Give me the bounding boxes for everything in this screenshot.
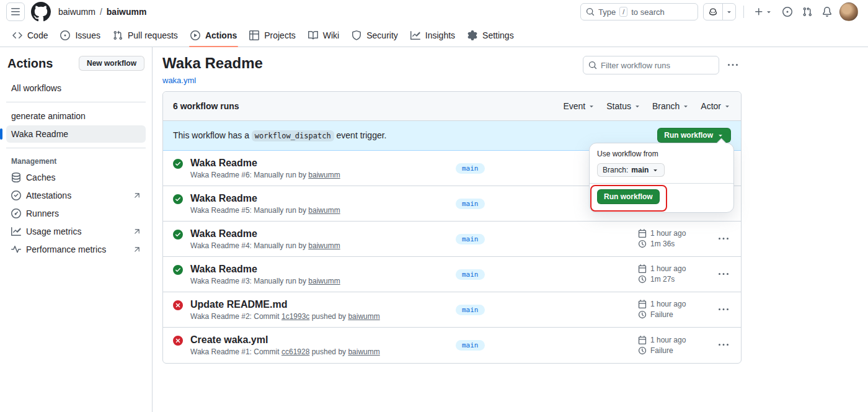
tab-code[interactable]: Code <box>7 24 53 47</box>
verified-icon <box>11 190 21 200</box>
tab-issues[interactable]: Issues <box>55 24 105 47</box>
tab-pull-requests[interactable]: Pull requests <box>108 24 183 47</box>
run-title-link[interactable]: Waka Readme <box>190 228 340 240</box>
filter-workflow-runs-input[interactable] <box>601 61 714 70</box>
create-new-button[interactable] <box>751 4 775 19</box>
run-title-link[interactable]: Waka Readme <box>190 157 340 169</box>
global-search-input[interactable]: Type / to search <box>580 3 698 20</box>
actor-link[interactable]: baiwumm <box>308 206 340 215</box>
tab-label: Actions <box>205 30 237 40</box>
actor-link[interactable]: baiwumm <box>348 312 379 321</box>
tab-projects[interactable]: Projects <box>244 24 301 47</box>
breadcrumb-owner-link[interactable]: baiwumm <box>58 7 95 17</box>
run-description: Waka Readme #1: Commit cc61928 pushed by… <box>190 347 380 356</box>
search-placeholder-prefix: Type <box>598 7 616 17</box>
stopwatch-icon <box>638 275 647 284</box>
workflow-file-link[interactable]: waka.yml <box>162 76 196 85</box>
issues-header-button[interactable] <box>780 4 795 19</box>
banner-text-after: event trigger. <box>337 130 387 140</box>
filter-actor-button[interactable]: Actor <box>701 101 731 111</box>
filter-label: Event <box>563 101 585 111</box>
run-time: 1 hour ago <box>638 336 712 344</box>
run-workflow-confirm-button[interactable]: Run workflow <box>597 189 660 204</box>
commit-link[interactable]: cc61928 <box>281 347 309 356</box>
actor-link[interactable]: baiwumm <box>308 171 340 179</box>
copilot-chevron-down-icon[interactable] <box>722 4 735 20</box>
actor-link[interactable]: baiwumm <box>348 347 379 356</box>
header-divider <box>743 6 744 18</box>
global-nav-menu-button[interactable] <box>6 2 25 21</box>
branch-badge[interactable]: main <box>456 234 485 244</box>
workflow-options-button[interactable] <box>724 57 742 73</box>
sidebar-item-all-workflows[interactable]: All workflows <box>6 79 146 97</box>
database-icon <box>11 172 21 182</box>
run-description: Waka Readme #6: Manually run by baiwumm <box>190 171 340 179</box>
tab-label: Projects <box>264 30 296 40</box>
sidebar-item-usage-metrics[interactable]: Usage metrics <box>6 223 146 240</box>
success-check-icon <box>173 265 183 275</box>
sidebar-item-generate-animation[interactable]: generate animation <box>6 107 146 125</box>
run-title-link[interactable]: Waka Readme <box>190 192 340 205</box>
run-title-link[interactable]: Waka Readme <box>190 263 340 275</box>
kebab-icon <box>719 340 728 350</box>
play-icon <box>190 30 200 40</box>
success-check-icon <box>173 230 183 240</box>
banner-text: This workflow has a workflow_dispatch ev… <box>173 130 386 140</box>
sidebar-item-label: generate animation <box>11 111 86 121</box>
workflow-run-row: Waka Readme Waka Readme #3: Manually run… <box>163 257 741 292</box>
filter-branch-button[interactable]: Branch <box>652 101 689 111</box>
breadcrumb-repo-link[interactable]: baiwumm <box>107 7 147 17</box>
branch-badge[interactable]: main <box>456 199 485 209</box>
branch-select-button[interactable]: Branch: main <box>597 163 665 177</box>
page-title: Waka Readme <box>162 55 263 73</box>
tab-insights[interactable]: Insights <box>405 24 460 47</box>
kebab-icon <box>719 234 728 244</box>
sidebar-item-attestations[interactable]: Attestations <box>6 187 146 204</box>
tab-settings[interactable]: Settings <box>463 24 519 47</box>
tab-label: Wiki <box>323 30 339 40</box>
new-workflow-button[interactable]: New workflow <box>79 56 144 71</box>
run-options-button[interactable] <box>716 231 731 246</box>
run-title-link[interactable]: Create waka.yml <box>190 334 380 346</box>
chevron-down-icon <box>588 102 595 110</box>
tab-wiki[interactable]: Wiki <box>303 24 344 47</box>
sidebar-item-caches[interactable]: Caches <box>6 169 146 186</box>
filter-event-button[interactable]: Event <box>563 101 595 111</box>
git-pull-request-icon <box>113 30 123 40</box>
graph-icon <box>410 30 420 40</box>
workflow-run-row: Waka Readme Waka Readme #4: Manually run… <box>163 222 741 257</box>
run-options-button[interactable] <box>716 302 731 317</box>
run-description: Waka Readme #5: Manually run by baiwumm <box>190 206 340 215</box>
management-section-title: Management <box>6 153 146 168</box>
run-options-button[interactable] <box>716 338 731 352</box>
run-options-button[interactable] <box>716 267 731 282</box>
sidebar-divider <box>6 148 146 148</box>
actor-link[interactable]: baiwumm <box>308 277 340 285</box>
avatar[interactable] <box>839 2 858 21</box>
meter-icon <box>11 208 21 218</box>
sidebar-item-waka-readme[interactable]: Waka Readme <box>6 125 146 143</box>
branch-badge[interactable]: main <box>456 163 485 174</box>
branch-badge[interactable]: main <box>456 269 485 280</box>
success-check-icon <box>173 194 183 204</box>
issue-opened-icon <box>60 30 70 40</box>
pull-requests-header-button[interactable] <box>800 4 815 19</box>
github-logo[interactable] <box>31 2 51 22</box>
actor-link[interactable]: baiwumm <box>308 241 340 250</box>
branch-badge[interactable]: main <box>456 305 485 315</box>
tab-actions[interactable]: Actions <box>185 24 242 47</box>
breadcrumb: baiwumm / baiwumm <box>58 7 146 17</box>
run-workflow-label: Run workflow <box>664 131 713 140</box>
external-link-icon <box>133 192 141 199</box>
notifications-button[interactable] <box>820 4 835 19</box>
filter-status-button[interactable]: Status <box>606 101 641 111</box>
branch-badge[interactable]: main <box>456 340 485 351</box>
copilot-button[interactable] <box>703 3 736 20</box>
sidebar-item-runners[interactable]: Runners <box>6 205 146 222</box>
failure-x-icon <box>173 300 183 310</box>
run-title-link[interactable]: Update README.md <box>190 298 380 311</box>
commit-link[interactable]: 1c1993c <box>281 312 309 321</box>
sidebar-item-performance-metrics[interactable]: Performance metrics <box>6 241 146 258</box>
kebab-icon <box>719 269 728 279</box>
tab-security[interactable]: Security <box>347 24 403 47</box>
